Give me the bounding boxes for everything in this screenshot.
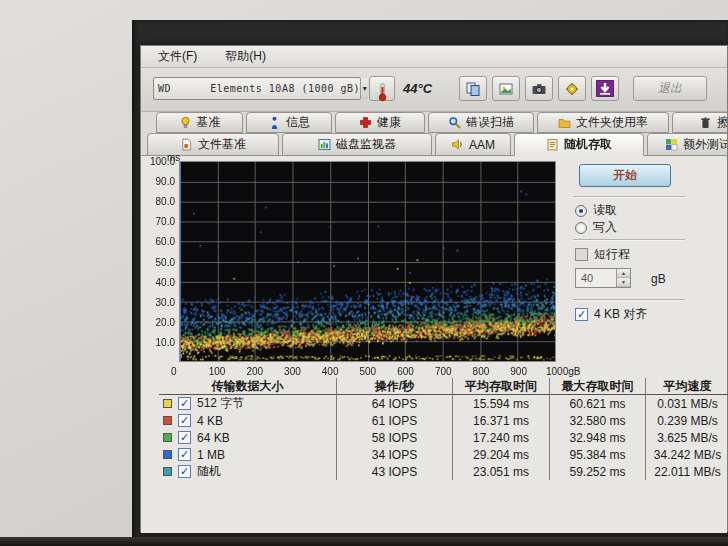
y-tick-label: 40.0 xyxy=(141,277,175,288)
read-mode-option[interactable]: 读取 xyxy=(575,202,617,219)
scatter-canvas xyxy=(179,161,556,362)
exit-button[interactable]: 退出 xyxy=(633,76,707,101)
max-access-cell: 60.621 ms xyxy=(550,395,646,412)
tab-label: AAM xyxy=(469,138,495,152)
download-button[interactable] xyxy=(591,76,619,101)
ops-cell: 43 IOPS xyxy=(337,463,453,480)
series-checkbox[interactable]: ✓ xyxy=(178,431,191,444)
ops-cell: 58 IOPS xyxy=(337,429,453,446)
max-access-cell: 59.252 ms xyxy=(550,463,646,480)
ops-cell: 64 IOPS xyxy=(337,395,453,412)
x-tick-label: 800 xyxy=(473,366,490,377)
tiles-icon xyxy=(665,138,678,151)
align-option[interactable]: ✓ 4 KB 对齐 xyxy=(575,306,647,323)
magnifier-icon xyxy=(448,116,461,129)
tab-label: 磁盘监视器 xyxy=(336,136,396,153)
spinner-buttons[interactable]: ▲▼ xyxy=(616,269,630,287)
read-radio[interactable] xyxy=(575,205,587,217)
separator xyxy=(573,239,685,240)
y-tick-label: 80.0 xyxy=(141,196,175,207)
write-radio[interactable] xyxy=(575,222,587,234)
tab-label: 随机存取 xyxy=(564,136,612,153)
header-transfer-size: 传输数据大小 xyxy=(159,378,337,395)
y-tick-label: 10.0 xyxy=(141,337,175,348)
menu-bar: 文件(F) 帮助(H) xyxy=(141,46,727,68)
tab-label: 文件夹使用率 xyxy=(576,114,648,131)
results-table-header: 传输数据大小 操作/秒 平均存取时间 最大存取时间 平均速度 xyxy=(159,378,728,395)
avg-speed-cell: 0.239 MB/s xyxy=(646,412,728,429)
series-checkbox[interactable]: ✓ xyxy=(178,465,191,478)
x-tick-label: 700 xyxy=(435,366,452,377)
y-tick-label: 60.0 xyxy=(141,236,175,247)
series-checkbox[interactable]: ✓ xyxy=(178,397,191,410)
drive-select-value: WD Elements 10A8 (1000 gB) xyxy=(154,83,360,94)
menu-help[interactable]: 帮助(H) xyxy=(220,46,271,67)
x-tick-label: 200 xyxy=(246,366,263,377)
photo-background: 文件(F) 帮助(H) WD Elements 10A8 (1000 gB) ▼… xyxy=(0,0,728,546)
avg-speed-cell: 22.011 MB/s xyxy=(646,463,728,480)
monitor-screen: 文件(F) 帮助(H) WD Elements 10A8 (1000 gB) ▼… xyxy=(132,20,728,537)
transfer-size-cell: ✓4 KB xyxy=(159,412,337,429)
tab-row-2: 文件基准磁盘监视器AAM随机存取额外测试 xyxy=(141,133,727,156)
avg-access-cell: 16.371 ms xyxy=(453,412,550,429)
start-button[interactable]: 开始 xyxy=(579,164,671,187)
transfer-size-cell: ✓随机 xyxy=(159,463,337,480)
toolbar-icon-buttons xyxy=(459,76,619,101)
options-button[interactable] xyxy=(558,76,586,101)
series-checkbox[interactable]: ✓ xyxy=(178,414,191,427)
header-ops-per-sec: 操作/秒 xyxy=(337,378,453,395)
copy-icon xyxy=(465,81,481,97)
x-tick-label: 500 xyxy=(360,366,377,377)
tab-random-access[interactable]: 随机存取 xyxy=(514,133,644,156)
align-label: 4 KB 对齐 xyxy=(594,306,647,323)
series-color-swatch xyxy=(163,467,172,476)
tab-erase[interactable]: 擦除 xyxy=(672,112,727,133)
table-row: ✓64 KB58 IOPS17.240 ms32.948 ms3.625 MB/… xyxy=(159,429,728,446)
chevron-down-icon[interactable]: ▼ xyxy=(360,78,368,99)
short-stroke-checkbox[interactable] xyxy=(575,248,588,261)
avg-access-cell: 29.204 ms xyxy=(453,446,550,463)
ops-cell: 34 IOPS xyxy=(337,446,453,463)
download-icon xyxy=(596,80,614,97)
spinner-down-icon[interactable]: ▼ xyxy=(617,278,630,287)
avg-speed-cell: 3.625 MB/s xyxy=(646,429,728,446)
spinner-up-icon[interactable]: ▲ xyxy=(617,269,630,278)
series-checkbox[interactable]: ✓ xyxy=(178,448,191,461)
menu-file[interactable]: 文件(F) xyxy=(153,46,202,67)
write-mode-option[interactable]: 写入 xyxy=(575,219,617,236)
tab-benchmark[interactable]: 基准 xyxy=(156,112,243,133)
avg-speed-cell: 34.242 MB/s xyxy=(646,446,728,463)
tab-aam[interactable]: AAM xyxy=(435,133,511,156)
header-max-access: 最大存取时间 xyxy=(550,378,646,395)
tab-row-1: 基准信息健康错误扫描文件夹使用率擦除 xyxy=(141,112,727,133)
series-label: 4 KB xyxy=(197,414,223,428)
copy-button[interactable] xyxy=(459,76,487,101)
save-image-button[interactable] xyxy=(492,76,520,101)
tab-health[interactable]: 健康 xyxy=(335,112,425,133)
drive-select[interactable]: WD Elements 10A8 (1000 gB) ▼ xyxy=(153,77,361,100)
tab-error-scan[interactable]: 错误扫描 xyxy=(428,112,534,133)
short-stroke-option[interactable]: 短行程 xyxy=(575,246,630,263)
align-checkbox[interactable]: ✓ xyxy=(575,308,588,321)
temperature-button[interactable] xyxy=(369,76,395,101)
max-access-cell: 95.384 ms xyxy=(550,446,646,463)
capacity-spinner[interactable]: 40 ▲▼ xyxy=(575,268,631,288)
screenshot-button[interactable] xyxy=(525,76,553,101)
x-tick-label: 900 xyxy=(510,366,527,377)
avg-speed-cell: 0.031 MB/s xyxy=(646,395,728,412)
info-icon xyxy=(268,116,281,129)
max-access-cell: 32.580 ms xyxy=(550,412,646,429)
short-stroke-label: 短行程 xyxy=(594,246,630,263)
series-color-swatch xyxy=(163,416,172,425)
tab-folder-usage[interactable]: 文件夹使用率 xyxy=(537,112,669,133)
x-tick-label: 0 xyxy=(171,366,177,377)
folder-icon xyxy=(558,116,571,129)
avg-access-cell: 23.051 ms xyxy=(453,463,550,480)
x-tick-label: 400 xyxy=(322,366,339,377)
tab-info[interactable]: 信息 xyxy=(246,112,332,133)
tab-extra-tests[interactable]: 额外测试 xyxy=(647,133,727,156)
read-radio-label: 读取 xyxy=(593,202,617,219)
separator xyxy=(573,299,685,300)
tab-disk-monitor[interactable]: 磁盘监视器 xyxy=(282,133,432,156)
speaker-icon xyxy=(451,138,464,151)
